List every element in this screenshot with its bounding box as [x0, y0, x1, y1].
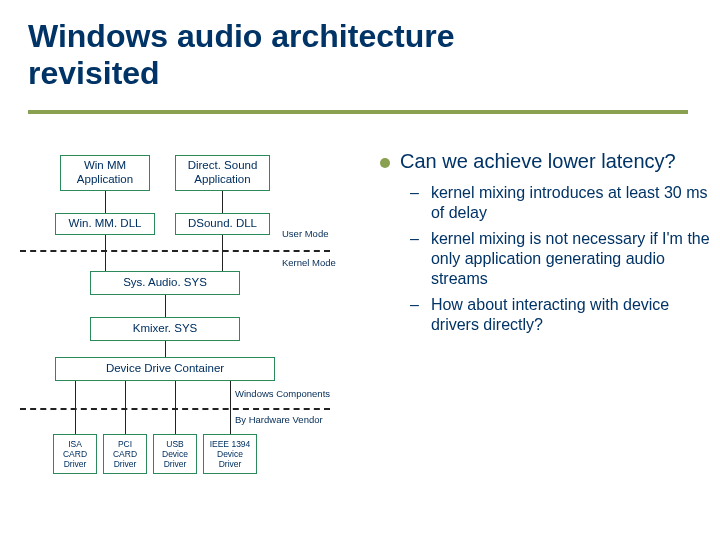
sub-text: kernel mixing introduces at least 30 ms … — [431, 183, 715, 223]
connector — [222, 235, 223, 271]
box-winmm-app: Win MM Application — [60, 155, 150, 191]
slide-title: Windows audio architecture revisited — [0, 0, 720, 92]
sub-bullet: – kernel mixing is not necessary if I'm … — [410, 229, 715, 289]
sub-text: How about interacting with device driver… — [431, 295, 715, 335]
dash-icon: – — [410, 183, 419, 203]
box-sysaudio: Sys. Audio. SYS — [90, 271, 240, 295]
bullet-dot-icon — [380, 158, 390, 168]
box-isa-driver: ISA CARD Driver — [53, 434, 97, 474]
title-line-1: Windows audio architecture — [28, 18, 454, 54]
connector — [165, 295, 166, 317]
label-windows-components: Windows Components — [235, 388, 330, 399]
box-device-drive-container: Device Drive Container — [55, 357, 275, 381]
label-user-mode: User Mode — [282, 228, 328, 239]
divider-user-kernel — [20, 250, 330, 252]
connector — [105, 191, 106, 213]
box-usb-driver: USB Device Driver — [153, 434, 197, 474]
box-pci-driver: PCI CARD Driver — [103, 434, 147, 474]
sub-bullet: – How about interacting with device driv… — [410, 295, 715, 335]
connector — [230, 381, 231, 434]
lead-bullet: Can we achieve lower latency? — [380, 150, 715, 173]
connector — [75, 381, 76, 434]
connector — [105, 235, 106, 271]
box-dsound-app: Direct. Sound Application — [175, 155, 270, 191]
architecture-diagram: Win MM Application Direct. Sound Applica… — [20, 150, 370, 530]
connector — [125, 381, 126, 434]
content-area: Win MM Application Direct. Sound Applica… — [20, 150, 710, 530]
connector — [165, 341, 166, 357]
dash-icon: – — [410, 295, 419, 315]
label-by-hardware-vendor: By Hardware Vendor — [235, 414, 323, 425]
sub-text: kernel mixing is not necessary if I'm th… — [431, 229, 715, 289]
label-kernel-mode: Kernel Mode — [282, 257, 336, 268]
box-ieee1394-driver: IEEE 1394 Device Driver — [203, 434, 257, 474]
connector — [222, 191, 223, 213]
title-line-2: revisited — [28, 55, 160, 91]
sub-bullet: – kernel mixing introduces at least 30 m… — [410, 183, 715, 223]
lead-text: Can we achieve lower latency? — [400, 150, 676, 173]
box-winmm-dll: Win. MM. DLL — [55, 213, 155, 235]
box-kmixer: Kmixer. SYS — [90, 317, 240, 341]
box-dsound-dll: DSound. DLL — [175, 213, 270, 235]
dash-icon: – — [410, 229, 419, 249]
connector — [175, 381, 176, 434]
title-underline — [28, 110, 688, 114]
bullet-list: Can we achieve lower latency? – kernel m… — [380, 150, 715, 341]
